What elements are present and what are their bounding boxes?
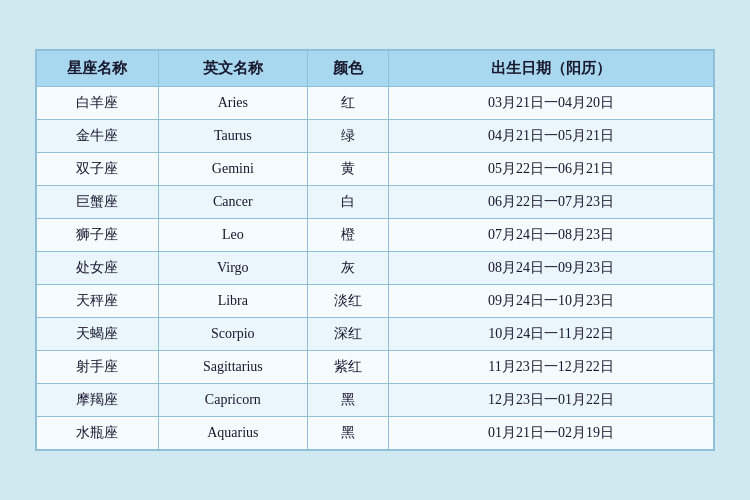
- table-row: 天秤座Libra淡红09月24日一10月23日: [37, 285, 714, 318]
- table-row: 水瓶座Aquarius黑01月21日一02月19日: [37, 417, 714, 450]
- cell-english: Aquarius: [158, 417, 307, 450]
- cell-color: 黑: [307, 417, 388, 450]
- table-row: 处女座Virgo灰08月24日一09月23日: [37, 252, 714, 285]
- cell-chinese: 金牛座: [37, 120, 159, 153]
- cell-date: 04月21日一05月21日: [389, 120, 714, 153]
- header-chinese: 星座名称: [37, 51, 159, 87]
- cell-english: Cancer: [158, 186, 307, 219]
- zodiac-table-container: 星座名称 英文名称 颜色 出生日期（阳历） 白羊座Aries红03月21日一04…: [35, 49, 715, 451]
- zodiac-table: 星座名称 英文名称 颜色 出生日期（阳历） 白羊座Aries红03月21日一04…: [36, 50, 714, 450]
- cell-chinese: 天秤座: [37, 285, 159, 318]
- cell-color: 橙: [307, 219, 388, 252]
- cell-chinese: 处女座: [37, 252, 159, 285]
- header-english: 英文名称: [158, 51, 307, 87]
- cell-color: 深红: [307, 318, 388, 351]
- cell-english: Scorpio: [158, 318, 307, 351]
- cell-color: 白: [307, 186, 388, 219]
- table-header-row: 星座名称 英文名称 颜色 出生日期（阳历）: [37, 51, 714, 87]
- cell-color: 淡红: [307, 285, 388, 318]
- cell-date: 05月22日一06月21日: [389, 153, 714, 186]
- cell-english: Aries: [158, 87, 307, 120]
- cell-color: 绿: [307, 120, 388, 153]
- table-body: 白羊座Aries红03月21日一04月20日金牛座Taurus绿04月21日一0…: [37, 87, 714, 450]
- cell-english: Gemini: [158, 153, 307, 186]
- cell-english: Taurus: [158, 120, 307, 153]
- cell-color: 灰: [307, 252, 388, 285]
- cell-chinese: 射手座: [37, 351, 159, 384]
- table-row: 射手座Sagittarius紫红11月23日一12月22日: [37, 351, 714, 384]
- cell-chinese: 天蝎座: [37, 318, 159, 351]
- cell-date: 10月24日一11月22日: [389, 318, 714, 351]
- cell-date: 09月24日一10月23日: [389, 285, 714, 318]
- cell-color: 紫红: [307, 351, 388, 384]
- table-row: 双子座Gemini黄05月22日一06月21日: [37, 153, 714, 186]
- cell-date: 01月21日一02月19日: [389, 417, 714, 450]
- cell-english: Virgo: [158, 252, 307, 285]
- cell-english: Capricorn: [158, 384, 307, 417]
- cell-color: 红: [307, 87, 388, 120]
- cell-date: 03月21日一04月20日: [389, 87, 714, 120]
- table-row: 巨蟹座Cancer白06月22日一07月23日: [37, 186, 714, 219]
- table-row: 天蝎座Scorpio深红10月24日一11月22日: [37, 318, 714, 351]
- cell-english: Sagittarius: [158, 351, 307, 384]
- cell-chinese: 双子座: [37, 153, 159, 186]
- cell-chinese: 水瓶座: [37, 417, 159, 450]
- cell-chinese: 摩羯座: [37, 384, 159, 417]
- header-date: 出生日期（阳历）: [389, 51, 714, 87]
- cell-color: 黑: [307, 384, 388, 417]
- cell-date: 07月24日一08月23日: [389, 219, 714, 252]
- cell-chinese: 巨蟹座: [37, 186, 159, 219]
- cell-chinese: 白羊座: [37, 87, 159, 120]
- table-row: 金牛座Taurus绿04月21日一05月21日: [37, 120, 714, 153]
- table-row: 摩羯座Capricorn黑12月23日一01月22日: [37, 384, 714, 417]
- cell-chinese: 狮子座: [37, 219, 159, 252]
- cell-date: 06月22日一07月23日: [389, 186, 714, 219]
- cell-color: 黄: [307, 153, 388, 186]
- cell-english: Leo: [158, 219, 307, 252]
- cell-english: Libra: [158, 285, 307, 318]
- header-color: 颜色: [307, 51, 388, 87]
- table-row: 狮子座Leo橙07月24日一08月23日: [37, 219, 714, 252]
- table-row: 白羊座Aries红03月21日一04月20日: [37, 87, 714, 120]
- cell-date: 08月24日一09月23日: [389, 252, 714, 285]
- cell-date: 11月23日一12月22日: [389, 351, 714, 384]
- cell-date: 12月23日一01月22日: [389, 384, 714, 417]
